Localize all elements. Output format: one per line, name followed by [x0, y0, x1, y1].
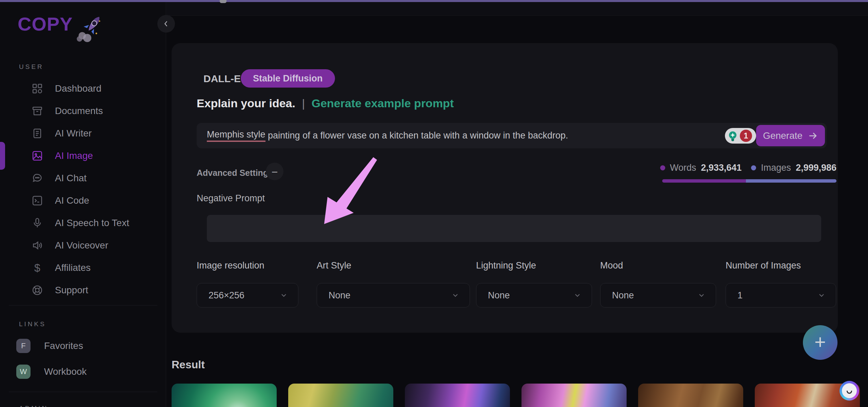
mood-label: Mood: [600, 260, 716, 271]
lifebuoy-icon: [31, 283, 44, 297]
result-thumbnail[interactable]: [288, 384, 393, 407]
chat-assistant-widget[interactable]: [840, 381, 859, 401]
sidebar-item-label: Support: [55, 285, 88, 296]
sidebar-item-ai-chat[interactable]: AI Chat: [0, 167, 166, 189]
negative-prompt-input[interactable]: [207, 215, 821, 242]
usage-meter: Words 2,933,641 Images 2,999,986: [662, 163, 836, 183]
sidebar-item-support[interactable]: Support: [0, 279, 166, 301]
speaker-icon: [31, 239, 44, 252]
images-dot-icon: [751, 165, 756, 170]
sidebar-item-dashboard[interactable]: Dashboard: [0, 77, 166, 100]
sidebar-item-label: Dashboard: [55, 83, 101, 94]
generate-example-prompt-link[interactable]: Generate example prompt: [312, 97, 454, 110]
mood-select[interactable]: None: [600, 283, 716, 308]
sidebar-item-affiliates[interactable]: $ Affiliates: [0, 257, 166, 279]
chevron-down-icon: [817, 291, 826, 299]
microphone-icon: [31, 216, 44, 230]
words-value: 2,933,641: [701, 163, 742, 173]
arrow-right-icon: [808, 131, 818, 141]
sidebar-item-label: Favorites: [44, 340, 83, 351]
sidebar-item-label: AI Code: [55, 195, 89, 206]
result-thumbnails: [172, 384, 860, 407]
prompt-spellcheck-phrase: Memphis style: [207, 129, 265, 142]
negative-prompt-label: Negative Prompt: [197, 193, 265, 204]
image-resolution-select[interactable]: 256×256: [197, 283, 298, 308]
panel-heading: Explain your idea. | Generate example pr…: [197, 97, 454, 110]
images-label: Images: [761, 163, 791, 173]
add-button[interactable]: +: [803, 325, 837, 360]
generate-button[interactable]: Generate: [756, 125, 825, 146]
credits-badge[interactable]: 1: [725, 128, 756, 144]
selected-value: None: [488, 290, 510, 301]
art-style-label: Art Style: [317, 260, 470, 271]
tab-dall-e[interactable]: DALL-E: [203, 73, 241, 85]
prompt-rest: painting of a flower vase on a kitchen t…: [265, 130, 568, 141]
result-thumbnail[interactable]: [521, 384, 627, 407]
sidebar-item-label: AI Chat: [55, 173, 86, 184]
document-icon: [31, 127, 44, 140]
chat-bot-face-icon: [842, 383, 857, 398]
sidebar-item-favorites[interactable]: F Favorites: [16, 339, 83, 353]
sidebar-item-documents[interactable]: Documents: [0, 100, 166, 122]
lightning-style-select[interactable]: None: [476, 283, 592, 308]
prompt-input[interactable]: Memphis style painting of a flower vase …: [197, 123, 827, 148]
sidebar: COPY USER: [0, 2, 166, 407]
rocket-icon: [75, 13, 104, 42]
art-style-select[interactable]: None: [317, 283, 470, 308]
bulb-icon: [727, 130, 738, 142]
lightning-style-label: Lightning Style: [476, 260, 592, 271]
field-lightning-style: Lightning Style None: [476, 260, 592, 308]
number-of-images-select[interactable]: 1: [726, 283, 836, 308]
number-of-images-label: Number of Images: [726, 260, 836, 271]
app-logo[interactable]: COPY: [18, 13, 104, 42]
field-art-style: Art Style None: [317, 260, 470, 308]
grid-icon: [31, 82, 44, 95]
selected-value: 1: [737, 290, 743, 301]
tab-stable-diffusion[interactable]: Stable Diffusion: [241, 69, 335, 88]
heading-separator: |: [298, 97, 308, 110]
images-value: 2,999,986: [796, 163, 836, 173]
field-number-of-images: Number of Images 1: [726, 260, 836, 308]
sidebar-section-admin: ADMIN: [19, 405, 48, 407]
image-icon: [31, 149, 44, 163]
favorites-badge: F: [16, 339, 31, 353]
sidebar-item-ai-image[interactable]: AI Image: [0, 145, 166, 167]
sidebar-item-label: Workbook: [44, 366, 87, 377]
selected-value: 256×256: [209, 290, 244, 301]
sidebar-nav: Dashboard Documents AI Writer: [0, 77, 166, 301]
sidebar-item-ai-voiceover[interactable]: AI Voiceover: [0, 234, 166, 257]
prompt-value: Memphis style painting of a flower vase …: [207, 123, 568, 148]
top-bar: [166, 2, 868, 16]
result-thumbnail[interactable]: [638, 384, 743, 407]
logo-text: COPY: [18, 13, 73, 35]
chevron-down-icon: [573, 291, 581, 299]
sidebar-item-workbook[interactable]: W Workbook: [16, 365, 87, 379]
heading-title: Explain your idea.: [197, 97, 295, 110]
sidebar-item-ai-speech-to-text[interactable]: AI Speech to Text: [0, 212, 166, 234]
chevron-down-icon: [280, 291, 288, 299]
advanced-settings-toggle[interactable]: –: [266, 163, 283, 180]
sidebar-item-label: AI Image: [55, 150, 93, 161]
result-title: Result: [172, 358, 205, 371]
sidebar-item-ai-writer[interactable]: AI Writer: [0, 122, 166, 145]
words-dot-icon: [660, 165, 665, 170]
dollar-icon: $: [31, 261, 44, 275]
chevron-down-icon: [451, 291, 459, 299]
sidebar-section-links: LINKS: [19, 320, 46, 328]
sidebar-section-user: USER: [19, 63, 44, 71]
sidebar-item-label: Affiliates: [55, 262, 91, 273]
sidebar-item-label: AI Writer: [55, 128, 92, 139]
result-thumbnail[interactable]: [405, 384, 510, 407]
sidebar-item-ai-code[interactable]: AI Code: [0, 189, 166, 212]
field-mood: Mood None: [600, 260, 716, 308]
code-icon: [31, 194, 44, 207]
archive-icon: [31, 104, 44, 118]
image-resolution-label: Image resolution: [197, 260, 298, 271]
selected-value: None: [612, 290, 634, 301]
sidebar-collapse-button[interactable]: [157, 15, 175, 33]
selected-value: None: [329, 290, 351, 301]
images-progress: [746, 179, 836, 183]
result-thumbnail[interactable]: [172, 384, 277, 407]
partial-scrolled-element: [220, 0, 226, 3]
sidebar-item-label: AI Voiceover: [55, 240, 108, 251]
